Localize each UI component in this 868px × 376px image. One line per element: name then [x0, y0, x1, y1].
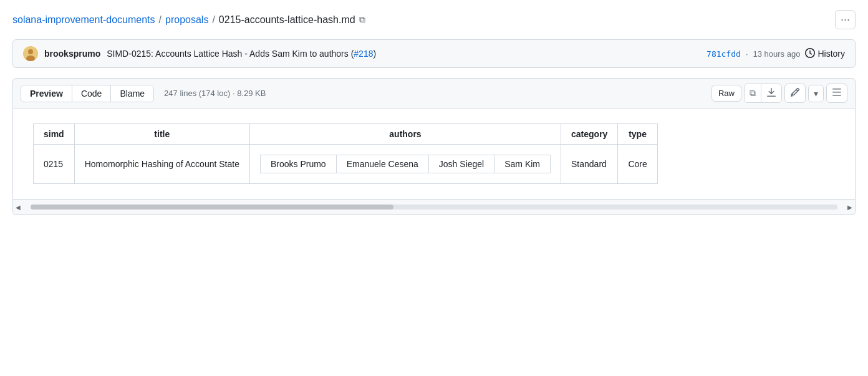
- scrollbar-track[interactable]: [31, 205, 837, 210]
- page-wrapper: solana-improvement-documents / proposals…: [0, 0, 868, 376]
- edit-button[interactable]: [784, 84, 806, 103]
- file-content: simd title authors category type 0215Hom…: [12, 108, 856, 215]
- more-options-button[interactable]: ···: [835, 10, 856, 29]
- toolbar-actions: Raw ⧉: [711, 84, 847, 103]
- breadcrumb: solana-improvement-documents / proposals…: [12, 10, 856, 29]
- more-edit-button[interactable]: ▾: [808, 85, 824, 102]
- copy-content-button[interactable]: ⧉: [745, 84, 761, 102]
- document-table: simd title authors category type 0215Hom…: [33, 123, 658, 184]
- cell-category: Standard: [561, 145, 618, 184]
- cell-title: Homomorphic Hashing of Account State: [74, 145, 249, 184]
- copy-path-icon[interactable]: ⧉: [359, 14, 365, 25]
- raw-button[interactable]: Raw: [711, 85, 741, 102]
- file-content-inner: simd title authors category type 0215Hom…: [13, 108, 855, 199]
- view-tabs: Preview Code Blame: [21, 85, 154, 102]
- history-label: History: [817, 49, 845, 59]
- horizontal-scrollbar[interactable]: ◀ ▶: [13, 199, 855, 215]
- repo-link[interactable]: solana-improvement-documents: [12, 14, 155, 26]
- filename-label: 0215-accounts-lattice-hash.md: [219, 14, 355, 26]
- commit-message: SIMD-0215: Accounts Lattice Hash - Adds …: [107, 49, 700, 59]
- list-icon: [832, 87, 842, 99]
- icon-action-group: ⧉: [744, 84, 782, 103]
- commit-meta: 781cfdd · 13 hours ago History: [706, 48, 845, 60]
- chevron-down-icon: ▾: [814, 89, 818, 99]
- col-header-category: category: [561, 124, 618, 145]
- scroll-left-arrow[interactable]: ◀: [13, 202, 23, 212]
- scrollbar-thumb[interactable]: [31, 205, 393, 210]
- file-info: 247 lines (174 loc) · 8.29 KB: [164, 89, 266, 98]
- download-button[interactable]: [761, 84, 781, 102]
- copy-icon: ⧉: [750, 88, 756, 99]
- proposals-link[interactable]: proposals: [165, 14, 208, 26]
- commit-time: 13 hours ago: [753, 49, 801, 59]
- col-header-simd: simd: [34, 124, 75, 145]
- tab-preview[interactable]: Preview: [21, 85, 72, 102]
- author-item: Josh Siegel: [428, 155, 494, 173]
- file-viewer: Preview Code Blame 247 lines (174 loc) ·…: [12, 78, 856, 215]
- tab-blame[interactable]: Blame: [111, 85, 153, 102]
- cell-type: Core: [618, 145, 657, 184]
- download-icon: [766, 87, 776, 99]
- commit-author: brooksprumo: [44, 49, 100, 59]
- clock-icon: [805, 48, 815, 60]
- scroll-right-arrow[interactable]: ▶: [845, 202, 855, 212]
- table-row: 0215Homomorphic Hashing of Account State…: [34, 145, 658, 184]
- cell-authors: Brooks PrumoEmanuele CesenaJosh SiegelSa…: [249, 145, 561, 184]
- col-header-type: type: [618, 124, 657, 145]
- authors-list: Brooks PrumoEmanuele CesenaJosh SiegelSa…: [260, 155, 551, 173]
- author-item: Sam Kim: [494, 155, 551, 173]
- file-toolbar: Preview Code Blame 247 lines (174 loc) ·…: [12, 78, 856, 108]
- commit-pr-link[interactable]: #218: [354, 49, 373, 59]
- edit-icon: [790, 87, 800, 99]
- col-header-title: title: [74, 124, 249, 145]
- avatar: [23, 46, 38, 61]
- col-header-authors: authors: [249, 124, 561, 145]
- history-button[interactable]: History: [805, 48, 845, 60]
- commit-bar: brooksprumo SIMD-0215: Accounts Lattice …: [12, 39, 856, 68]
- dot-separator: ·: [746, 49, 748, 59]
- cell-simd: 0215: [34, 145, 75, 184]
- commit-hash-link[interactable]: 781cfdd: [706, 49, 741, 59]
- svg-point-1: [28, 49, 33, 54]
- tab-code[interactable]: Code: [72, 85, 111, 102]
- author-item: Emanuele Cesena: [336, 155, 428, 173]
- outline-button[interactable]: [826, 84, 847, 103]
- author-item: Brooks Prumo: [260, 155, 336, 173]
- separator-1: /: [159, 14, 162, 26]
- separator-2: /: [212, 14, 215, 26]
